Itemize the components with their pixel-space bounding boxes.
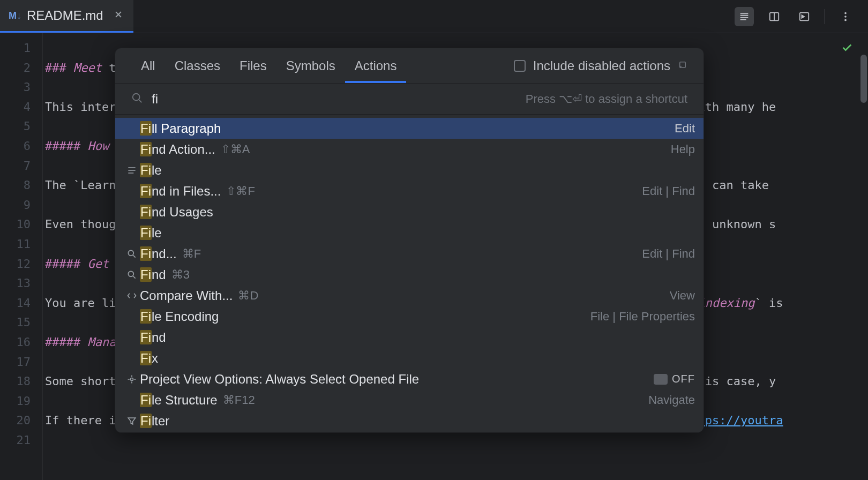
se-result-shortcut: ⌘3 [171, 268, 190, 282]
svg-point-9 [131, 378, 133, 380]
inspection-ok-icon[interactable] [841, 42, 853, 56]
se-result-label: File [140, 163, 162, 178]
se-tab-actions[interactable]: Actions [345, 48, 407, 83]
se-result-item[interactable]: Compare With...⌘DView [115, 285, 704, 306]
svg-point-4 [844, 19, 847, 21]
se-result-shortcut: ⇧⌘F [226, 184, 255, 198]
se-result-item[interactable]: Filter [115, 410, 704, 431]
se-result-shortcut: ⇧⌘A [221, 142, 250, 156]
se-result-item[interactable]: Find Action...⇧⌘AHelp [115, 139, 704, 160]
search-icon [124, 269, 140, 280]
line-number: 4 [0, 98, 42, 117]
se-result-item[interactable]: File Structure⌘F12Navigate [115, 389, 704, 410]
se-result-item[interactable]: Find Usages [115, 201, 704, 222]
line-number: 15 [0, 313, 42, 333]
se-result-label: Fix [140, 351, 158, 366]
search-icon [124, 249, 140, 259]
svg-point-7 [128, 250, 133, 256]
include-disabled-checkbox[interactable] [514, 60, 526, 72]
line-number: 20 [0, 411, 42, 431]
tab-bar: M↓ README.md [0, 0, 868, 33]
se-result-item[interactable]: File [115, 160, 704, 181]
se-result-label: File Encoding [140, 309, 219, 324]
svg-point-2 [844, 12, 847, 14]
line-number: 17 [0, 352, 42, 372]
more-icon[interactable] [836, 7, 855, 26]
se-result-label: Compare With... [140, 288, 233, 303]
line-number: 3 [0, 78, 42, 98]
split-view-icon[interactable] [765, 7, 784, 26]
line-number: 2 [0, 58, 42, 78]
se-tab-files[interactable]: Files [230, 48, 276, 83]
se-result-label: Find Action... [140, 142, 215, 157]
se-result-label: Find in Files... [140, 184, 221, 199]
se-result-label: File Structure [140, 393, 218, 408]
editor-only-view-icon[interactable] [735, 7, 754, 26]
se-result-item[interactable]: Project View Options: Always Select Open… [115, 369, 704, 389]
search-hint: Press ⌥⏎ to assign a shortcut [526, 92, 687, 106]
line-number: 11 [0, 235, 42, 254]
svg-point-6 [133, 93, 140, 100]
markdown-icon: M↓ [9, 10, 21, 21]
se-search-row: Press ⌥⏎ to assign a shortcut [115, 84, 704, 115]
line-number: 7 [0, 156, 42, 176]
se-result-label: File [140, 226, 162, 241]
se-result-category: View [670, 289, 695, 303]
line-number: 5 [0, 117, 42, 137]
se-result-item[interactable]: Fill ParagraphEdit [115, 118, 704, 139]
se-result-shortcut: ⌘F [182, 247, 201, 261]
tab-title: README.md [27, 8, 103, 23]
se-result-item[interactable]: Find...⌘FEdit | Find [115, 243, 704, 264]
svg-point-3 [844, 16, 847, 18]
lines-icon [124, 165, 140, 176]
editor-tab[interactable]: M↓ README.md [0, 0, 133, 33]
line-number: 9 [0, 196, 42, 215]
svg-point-8 [128, 271, 133, 276]
target-icon [124, 374, 140, 385]
line-number: 10 [0, 215, 42, 235]
se-result-label: Project View Options: Always Select Open… [140, 372, 419, 387]
filter-icon [124, 416, 140, 426]
search-input[interactable] [152, 92, 517, 107]
preview-view-icon[interactable] [795, 7, 814, 26]
scrollbar[interactable] [859, 33, 868, 480]
se-result-shortcut: ⌘F12 [223, 393, 255, 407]
se-result-label: Find [140, 330, 166, 345]
gutter: 123456789101112131415161718192021 [0, 33, 43, 480]
search-everywhere-popup: AllClassesFilesSymbolsActions Include di… [115, 48, 704, 433]
se-result-item[interactable]: Find [115, 327, 704, 348]
se-results: Fill ParagraphEditFind Action...⇧⌘AHelpF… [115, 115, 704, 432]
se-result-toggle[interactable]: OFF [654, 373, 695, 385]
se-tab-symbols[interactable]: Symbols [276, 48, 345, 83]
line-number: 18 [0, 372, 42, 392]
scrollbar-thumb[interactable] [860, 55, 867, 103]
se-result-shortcut: ⌘D [238, 289, 258, 303]
se-result-item[interactable]: Fix [115, 348, 704, 369]
se-result-category: Edit | Find [642, 247, 695, 261]
se-tab-row: AllClassesFilesSymbolsActions Include di… [115, 48, 704, 84]
se-result-item[interactable]: Find⌘3 [115, 264, 704, 285]
se-result-label: Find Usages [140, 205, 213, 220]
se-result-category: File | File Properties [590, 310, 695, 324]
line-number: 16 [0, 333, 42, 352]
line-number: 13 [0, 274, 42, 294]
close-icon[interactable] [114, 10, 123, 21]
line-number: 6 [0, 137, 42, 156]
search-icon [131, 92, 143, 106]
line-number: 21 [0, 431, 42, 451]
pin-icon[interactable] [678, 60, 687, 72]
se-tab-classes[interactable]: Classes [165, 48, 230, 83]
se-tab-all[interactable]: All [131, 48, 165, 83]
se-result-item[interactable]: File EncodingFile | File Properties [115, 306, 704, 327]
se-result-label: Find [140, 267, 166, 282]
se-result-item[interactable]: File [115, 222, 704, 243]
se-result-category: Help [671, 142, 695, 156]
line-number: 12 [0, 254, 42, 274]
se-result-item[interactable]: Find in Files...⇧⌘FEdit | Find [115, 181, 704, 201]
code-line [43, 431, 868, 451]
line-number: 14 [0, 294, 42, 313]
line-number: 1 [0, 39, 42, 58]
include-disabled-label: Include disabled actions [533, 58, 670, 73]
line-number: 8 [0, 176, 42, 196]
se-result-category: Navigate [648, 393, 695, 407]
